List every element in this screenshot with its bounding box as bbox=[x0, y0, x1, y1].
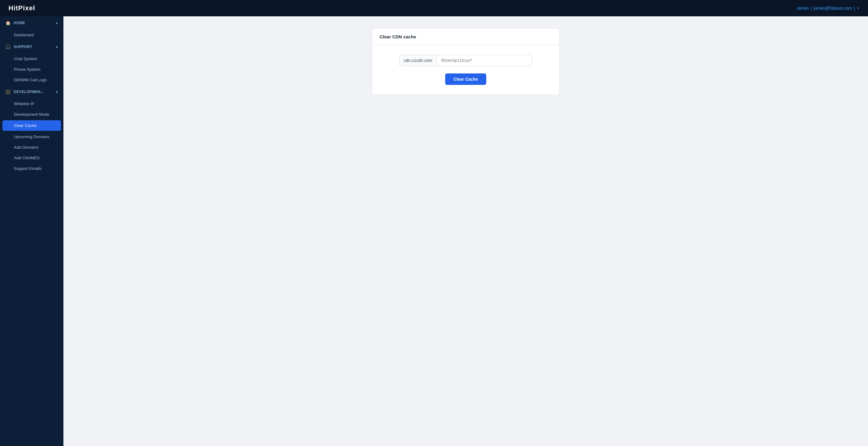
user-menu[interactable]: James ( james@hitpixel.com ) ∨ bbox=[797, 6, 860, 10]
sidebar-item-chat-system[interactable]: Chat System bbox=[0, 54, 63, 64]
chevron-up-icon: ∧ bbox=[56, 21, 58, 25]
chevron-up-icon-support: ∧ bbox=[56, 45, 58, 49]
sidebar-section-support-label: SUPPORT bbox=[14, 45, 33, 49]
layout: 🏠 HOME ∧ Dashboard 🎧 SUPPORT ∧ Chat Syst… bbox=[0, 16, 868, 446]
logo-part2: Pixel bbox=[18, 4, 35, 12]
sidebar-item-whitelist-ip[interactable]: Whitelist IP bbox=[0, 98, 63, 109]
logo-part1: Hit bbox=[8, 4, 18, 12]
card-body: cdn.x1cdn.com Clear Cache bbox=[372, 45, 559, 95]
sidebar-item-add-cnames[interactable]: Add CNAMES bbox=[0, 153, 63, 163]
sidebar-item-dashboard[interactable]: Dashboard bbox=[0, 30, 63, 40]
chevron-up-icon-dev: ∧ bbox=[56, 90, 58, 94]
sidebar-item-development-mode[interactable]: Development Mode bbox=[0, 109, 63, 120]
main-content: Clear CDN cache cdn.x1cdn.com Clear Cach… bbox=[63, 16, 868, 446]
user-close-paren: ) bbox=[854, 6, 855, 10]
clear-cdn-card: Clear CDN cache cdn.x1cdn.com Clear Cach… bbox=[372, 28, 559, 95]
sidebar-item-phone-system[interactable]: Phone System bbox=[0, 64, 63, 75]
sidebar-item-add-domains[interactable]: Add Domains bbox=[0, 142, 63, 153]
sidebar-item-support-emails[interactable]: Support Emails bbox=[0, 163, 63, 174]
user-separator: ( bbox=[811, 6, 812, 10]
cdn-input-row: cdn.x1cdn.com bbox=[399, 55, 532, 66]
sidebar-section-home[interactable]: 🏠 HOME ∧ bbox=[0, 16, 63, 30]
sidebar-section-development-label: DEVELOPMEN... bbox=[14, 90, 44, 94]
logo: HitPixel bbox=[8, 4, 35, 12]
support-icon: 🎧 bbox=[5, 44, 11, 49]
sidebar-item-didww-call-logs[interactable]: DIDWW Call Logs bbox=[0, 75, 63, 85]
sidebar-section-support[interactable]: 🎧 SUPPORT ∧ bbox=[0, 40, 63, 54]
chevron-down-icon: ∨ bbox=[857, 6, 860, 10]
home-icon: 🏠 bbox=[5, 21, 11, 25]
user-name: James bbox=[797, 6, 809, 10]
clear-cache-button[interactable]: Clear Cache bbox=[445, 73, 487, 85]
sidebar: 🏠 HOME ∧ Dashboard 🎧 SUPPORT ∧ Chat Syst… bbox=[0, 16, 63, 446]
sidebar-section-development[interactable]: ⬛ DEVELOPMEN... ∧ bbox=[0, 85, 63, 98]
sidebar-item-upcoming-domains[interactable]: Upcoming Domains bbox=[0, 131, 63, 142]
topbar: HitPixel James ( james@hitpixel.com ) ∨ bbox=[0, 0, 868, 16]
cdn-domain-label: cdn.x1cdn.com bbox=[399, 55, 436, 66]
user-email: james@hitpixel.com bbox=[814, 6, 852, 10]
sidebar-item-clear-cache[interactable]: Clear Cache bbox=[2, 120, 61, 131]
sidebar-section-home-label: HOME bbox=[14, 21, 25, 25]
cdn-path-input[interactable] bbox=[436, 55, 532, 66]
card-title: Clear CDN cache bbox=[372, 29, 559, 45]
development-icon: ⬛ bbox=[5, 89, 11, 94]
